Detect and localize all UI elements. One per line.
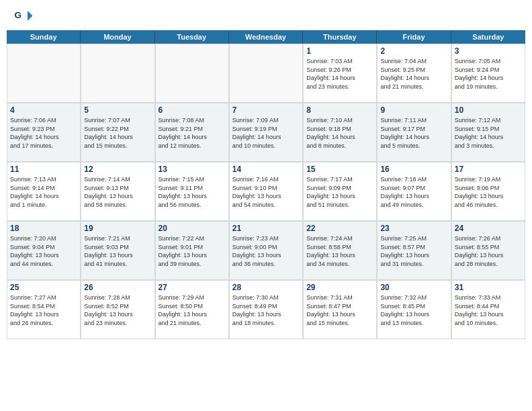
week-row-1: 1Sunrise: 7:03 AM Sunset: 9:26 PM Daylig… [7,44,525,103]
logo-icon: G [13,7,34,27]
week-row-5: 25Sunrise: 7:27 AM Sunset: 8:54 PM Dayli… [7,280,525,339]
cal-cell: 28Sunrise: 7:30 AM Sunset: 8:49 PM Dayli… [229,280,303,339]
day-number: 1 [306,46,373,56]
calendar-body: 1Sunrise: 7:03 AM Sunset: 9:26 PM Daylig… [7,44,525,339]
cell-detail: Sunrise: 7:26 AM Sunset: 8:55 PM Dayligh… [455,234,522,268]
cal-cell: 8Sunrise: 7:10 AM Sunset: 9:18 PM Daylig… [303,103,377,162]
calendar: SundayMondayTuesdayWednesdayThursdayFrid… [7,30,525,339]
cell-detail: Sunrise: 7:03 AM Sunset: 9:26 PM Dayligh… [306,57,373,91]
cal-cell: 11Sunrise: 7:13 AM Sunset: 9:14 PM Dayli… [7,162,81,221]
day-number: 29 [306,283,373,292]
svg-marker-1 [28,11,33,21]
cal-cell [229,44,303,103]
day-number: 4 [10,105,77,115]
cell-detail: Sunrise: 7:14 AM Sunset: 9:13 PM Dayligh… [84,175,151,209]
day-number: 6 [159,105,226,115]
day-number: 19 [84,224,151,233]
cell-detail: Sunrise: 7:29 AM Sunset: 8:50 PM Dayligh… [159,293,226,327]
day-number: 17 [455,165,522,174]
cal-cell: 6Sunrise: 7:08 AM Sunset: 9:21 PM Daylig… [155,103,229,162]
cal-cell: 17Sunrise: 7:19 AM Sunset: 9:06 PM Dayli… [451,162,525,221]
cal-cell: 19Sunrise: 7:21 AM Sunset: 9:03 PM Dayli… [81,221,154,280]
header-cell-sunday: Sunday [7,30,81,44]
day-number: 9 [380,105,447,115]
cal-cell: 20Sunrise: 7:22 AM Sunset: 9:01 PM Dayli… [155,221,229,280]
cal-cell: 29Sunrise: 7:31 AM Sunset: 8:47 PM Dayli… [303,280,377,339]
cell-detail: Sunrise: 7:30 AM Sunset: 8:49 PM Dayligh… [232,293,300,327]
day-number: 20 [159,224,226,233]
day-number: 11 [10,165,77,174]
cal-cell: 16Sunrise: 7:18 AM Sunset: 9:07 PM Dayli… [377,162,451,221]
cell-detail: Sunrise: 7:17 AM Sunset: 9:09 PM Dayligh… [306,175,373,209]
cell-detail: Sunrise: 7:15 AM Sunset: 9:11 PM Dayligh… [159,175,226,209]
cell-detail: Sunrise: 7:07 AM Sunset: 9:22 PM Dayligh… [84,116,151,150]
cell-detail: Sunrise: 7:11 AM Sunset: 9:17 PM Dayligh… [380,116,447,150]
header-cell-tuesday: Tuesday [155,30,229,44]
svg-text:G: G [15,10,22,20]
cal-cell: 25Sunrise: 7:27 AM Sunset: 8:54 PM Dayli… [7,280,81,339]
day-number: 18 [10,224,77,233]
day-number: 2 [380,46,447,56]
cell-detail: Sunrise: 7:09 AM Sunset: 9:19 PM Dayligh… [232,116,300,150]
day-number: 8 [306,105,373,115]
day-number: 15 [306,165,373,174]
week-row-2: 4Sunrise: 7:06 AM Sunset: 9:23 PM Daylig… [7,103,525,162]
day-number: 5 [84,105,151,115]
day-number: 16 [380,165,447,174]
cal-cell: 23Sunrise: 7:25 AM Sunset: 8:57 PM Dayli… [377,221,451,280]
cal-cell: 10Sunrise: 7:12 AM Sunset: 9:15 PM Dayli… [451,103,525,162]
day-number: 24 [455,224,522,233]
cell-detail: Sunrise: 7:22 AM Sunset: 9:01 PM Dayligh… [159,234,226,268]
cal-cell: 22Sunrise: 7:24 AM Sunset: 8:58 PM Dayli… [303,221,377,280]
cell-detail: Sunrise: 7:24 AM Sunset: 8:58 PM Dayligh… [306,234,373,268]
cell-detail: Sunrise: 7:13 AM Sunset: 9:14 PM Dayligh… [10,175,77,209]
header-cell-wednesday: Wednesday [229,30,303,44]
cal-cell: 4Sunrise: 7:06 AM Sunset: 9:23 PM Daylig… [7,103,81,162]
cell-detail: Sunrise: 7:27 AM Sunset: 8:54 PM Dayligh… [10,293,77,327]
cal-cell: 14Sunrise: 7:16 AM Sunset: 9:10 PM Dayli… [229,162,303,221]
cell-detail: Sunrise: 7:21 AM Sunset: 9:03 PM Dayligh… [84,234,151,268]
header-cell-thursday: Thursday [303,30,377,44]
day-number: 13 [159,165,226,174]
page-header: G [0,0,532,30]
day-number: 27 [159,283,226,292]
cell-detail: Sunrise: 7:23 AM Sunset: 9:00 PM Dayligh… [232,234,300,268]
day-number: 21 [232,224,300,233]
week-row-3: 11Sunrise: 7:13 AM Sunset: 9:14 PM Dayli… [7,162,525,221]
cell-detail: Sunrise: 7:08 AM Sunset: 9:21 PM Dayligh… [159,116,226,150]
cell-detail: Sunrise: 7:19 AM Sunset: 9:06 PM Dayligh… [455,175,522,209]
cal-cell: 27Sunrise: 7:29 AM Sunset: 8:50 PM Dayli… [155,280,229,339]
header-cell-monday: Monday [81,30,154,44]
cal-cell: 24Sunrise: 7:26 AM Sunset: 8:55 PM Dayli… [451,221,525,280]
cell-detail: Sunrise: 7:18 AM Sunset: 9:07 PM Dayligh… [380,175,447,209]
cal-cell: 18Sunrise: 7:20 AM Sunset: 9:04 PM Dayli… [7,221,81,280]
day-number: 26 [84,283,151,292]
cell-detail: Sunrise: 7:12 AM Sunset: 9:15 PM Dayligh… [455,116,522,150]
cal-cell [81,44,154,103]
cell-detail: Sunrise: 7:33 AM Sunset: 8:44 PM Dayligh… [455,293,522,327]
cal-cell: 1Sunrise: 7:03 AM Sunset: 9:26 PM Daylig… [303,44,377,103]
cal-cell: 3Sunrise: 7:05 AM Sunset: 9:24 PM Daylig… [451,44,525,103]
week-row-4: 18Sunrise: 7:20 AM Sunset: 9:04 PM Dayli… [7,221,525,280]
cal-cell: 15Sunrise: 7:17 AM Sunset: 9:09 PM Dayli… [303,162,377,221]
day-number: 3 [455,46,522,56]
day-number: 22 [306,224,373,233]
day-number: 31 [455,283,522,292]
day-number: 7 [232,105,300,115]
cal-cell: 13Sunrise: 7:15 AM Sunset: 9:11 PM Dayli… [155,162,229,221]
day-number: 23 [380,224,447,233]
cell-detail: Sunrise: 7:06 AM Sunset: 9:23 PM Dayligh… [10,116,77,150]
cell-detail: Sunrise: 7:25 AM Sunset: 8:57 PM Dayligh… [380,234,447,268]
header-cell-friday: Friday [377,30,451,44]
cal-cell: 5Sunrise: 7:07 AM Sunset: 9:22 PM Daylig… [81,103,154,162]
cell-detail: Sunrise: 7:04 AM Sunset: 9:25 PM Dayligh… [380,57,447,91]
logo: G [13,7,36,27]
calendar-header: SundayMondayTuesdayWednesdayThursdayFrid… [7,30,525,44]
header-cell-saturday: Saturday [451,30,525,44]
cell-detail: Sunrise: 7:32 AM Sunset: 8:45 PM Dayligh… [380,293,447,327]
cal-cell: 12Sunrise: 7:14 AM Sunset: 9:13 PM Dayli… [81,162,154,221]
day-number: 12 [84,165,151,174]
cal-cell: 26Sunrise: 7:28 AM Sunset: 8:52 PM Dayli… [81,280,154,339]
cell-detail: Sunrise: 7:10 AM Sunset: 9:18 PM Dayligh… [306,116,373,150]
day-number: 10 [455,105,522,115]
